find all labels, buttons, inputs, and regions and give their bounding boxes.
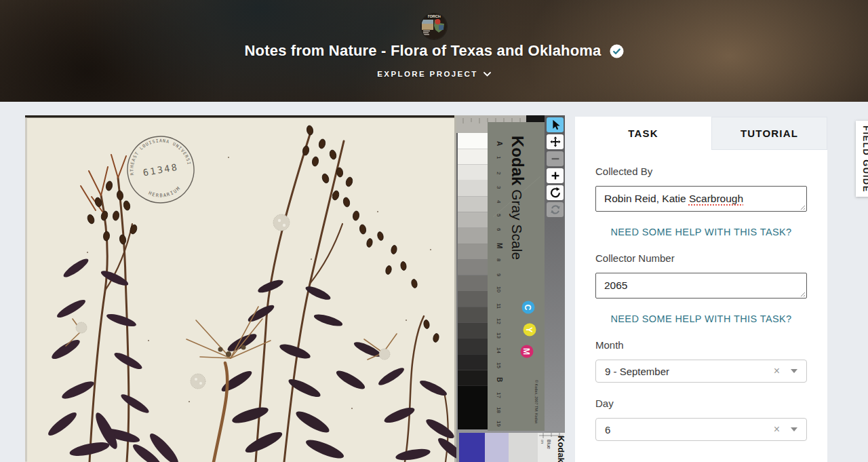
project-hero: TORCH Notes from Nature - Flora of Texas… bbox=[0, 0, 868, 102]
svg-text:6: 6 bbox=[496, 228, 502, 231]
page-title: Notes from Nature - Flora of Texas and O… bbox=[244, 42, 601, 60]
month-value: 9 - September bbox=[605, 366, 774, 377]
collector-number-label: Collector Number bbox=[595, 252, 807, 264]
specimen-photo: NORTHEAST LOUISIANA UNIVERSITY HERBARIUM… bbox=[25, 115, 565, 462]
help-link-collector-number[interactable]: NEED SOME HELP WITH THIS TASK? bbox=[595, 313, 807, 324]
svg-text:11: 11 bbox=[496, 303, 502, 309]
magenta-badge: M bbox=[521, 348, 531, 355]
image-toolbar bbox=[547, 117, 564, 217]
kodak-brand-text: Kodak bbox=[509, 136, 527, 186]
svg-text:12: 12 bbox=[496, 318, 502, 324]
plus-icon bbox=[549, 170, 561, 182]
svg-text:2: 2 bbox=[496, 172, 502, 175]
cyan-badge: C bbox=[523, 305, 532, 311]
month-select[interactable]: 9 - September × bbox=[595, 360, 807, 383]
day-value: 6 bbox=[605, 424, 774, 436]
svg-text:14: 14 bbox=[496, 347, 502, 353]
svg-text:3: 3 bbox=[496, 186, 502, 189]
clear-x-icon[interactable]: × bbox=[774, 366, 780, 377]
collected-by-value: Robin Reid, Katie bbox=[604, 193, 689, 204]
svg-text:10: 10 bbox=[496, 286, 502, 292]
grayscale-label-text: Gray Scale bbox=[509, 185, 525, 260]
explore-project-label: EXPLORE PROJECT bbox=[377, 70, 477, 78]
project-avatar[interactable]: TORCH bbox=[421, 14, 447, 39]
svg-text:9: 9 bbox=[496, 273, 502, 277]
classification-panel: TASK TUTORIAL Collected By Robin Reid, K… bbox=[575, 117, 827, 462]
kodak-copyright: © Kodak, 2007 TM: Kodak bbox=[534, 380, 538, 424]
rotate-icon bbox=[549, 187, 561, 199]
collected-by-input[interactable]: Robin Reid, Katie Scarbrough bbox=[595, 186, 807, 212]
yellow-badge: Y bbox=[524, 327, 534, 332]
svg-text:18: 18 bbox=[496, 407, 502, 413]
clear-x-icon[interactable]: × bbox=[774, 424, 780, 435]
annotate-tool-button[interactable] bbox=[547, 117, 564, 132]
collector-number-input[interactable]: 2065 bbox=[595, 273, 807, 299]
zoom-in-button[interactable] bbox=[547, 168, 564, 183]
svg-text:19: 19 bbox=[496, 421, 502, 427]
svg-text:15: 15 bbox=[496, 362, 502, 368]
svg-text:13: 13 bbox=[496, 332, 502, 339]
blue-patch-label: Blue bbox=[547, 440, 551, 449]
collector-number-value: 2065 bbox=[604, 280, 627, 291]
reset-view-button[interactable] bbox=[547, 202, 564, 217]
kodak-grayscale-card: Kodak Gray Scale A 1 2 3 4 5 6 M 8 9 10 … bbox=[488, 122, 545, 431]
day-label: Day bbox=[595, 398, 807, 409]
rotate-button[interactable] bbox=[547, 185, 564, 200]
logo-text: TORCH bbox=[427, 14, 441, 18]
svg-text:A: A bbox=[496, 141, 503, 146]
dropdown-caret-icon[interactable] bbox=[791, 369, 797, 373]
grayscale-step-wedge bbox=[458, 133, 488, 429]
field-guide-tab[interactable]: FIELD GUIDE bbox=[856, 121, 868, 197]
explore-project-link[interactable]: EXPLORE PROJECT bbox=[377, 70, 490, 78]
field-guide-label: FIELD GUIDE bbox=[861, 126, 868, 193]
approved-check-icon bbox=[610, 44, 624, 58]
svg-text:B: B bbox=[496, 377, 503, 382]
svg-text:4: 4 bbox=[496, 200, 502, 204]
svg-text:1: 1 bbox=[496, 156, 502, 159]
svg-text:5: 5 bbox=[496, 214, 502, 217]
move-icon bbox=[549, 136, 561, 148]
panel-tabs: TASK TUTORIAL bbox=[575, 117, 827, 150]
color-calibration-patches: cm Blue Kodak bbox=[459, 433, 565, 462]
day-select[interactable]: 6 × bbox=[595, 418, 807, 441]
svg-text:8: 8 bbox=[496, 258, 502, 262]
dropdown-caret-icon[interactable] bbox=[791, 427, 797, 431]
month-label: Month bbox=[595, 339, 807, 351]
tab-task[interactable]: TASK bbox=[575, 117, 711, 150]
torch-logo-icon: TORCH bbox=[421, 14, 447, 39]
move-tool-button[interactable] bbox=[547, 134, 564, 149]
minus-icon bbox=[549, 153, 561, 165]
collected-by-value-flagged: Scarbrough bbox=[689, 193, 743, 204]
svg-text:cm: cm bbox=[540, 440, 544, 444]
pointer-icon bbox=[549, 119, 561, 131]
svg-text:Kodak Gray Scale: Kodak Gray Scale bbox=[509, 136, 527, 260]
collected-by-label: Collected By bbox=[595, 166, 807, 177]
help-link-collected-by[interactable]: NEED SOME HELP WITH THIS TASK? bbox=[595, 227, 807, 237]
chevron-down-icon bbox=[484, 72, 491, 77]
subject-image-viewer[interactable]: NORTHEAST LOUISIANA UNIVERSITY HERBARIUM… bbox=[25, 115, 565, 462]
svg-text:17: 17 bbox=[496, 392, 502, 398]
tab-tutorial[interactable]: TUTORIAL bbox=[711, 117, 827, 150]
zoom-out-button[interactable] bbox=[547, 151, 564, 166]
svg-text:M: M bbox=[496, 243, 503, 248]
kodak-bottom-label: Kodak bbox=[556, 436, 565, 462]
reset-icon bbox=[549, 204, 561, 216]
